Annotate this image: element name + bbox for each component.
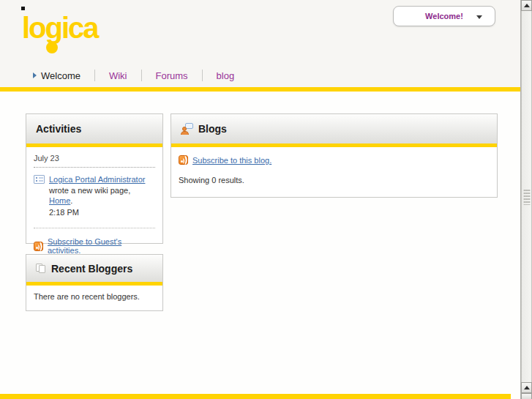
scroll-down-button[interactable] [521,393,532,399]
blogs-panel: Blogs Subscribe to this blog. Showing 0 … [171,113,498,198]
recent-bloggers-panel: Recent Bloggers There are no recent blog… [26,254,163,311]
rss-icon[interactable] [179,155,188,165]
nav-tab-label: Forums [156,70,188,81]
recent-bloggers-empty-text: There are no recent bloggers. [34,292,140,301]
stacked-pages-icon [36,264,46,274]
activities-panel-header: Activities [26,114,162,143]
nav-tab-label: Welcome [41,70,80,81]
wiki-page-icon [34,175,45,184]
scrollbar-track[interactable] [521,11,532,382]
activity-entry: Logica Portal Administrator wrote a new … [34,174,155,217]
activities-title: Activities [36,123,81,135]
blogs-body: Subscribe to this blog. Showing 0 result… [171,147,497,191]
activity-entry-text: Logica Portal Administrator wrote a new … [49,174,150,217]
rss-icon[interactable] [34,242,43,251]
activities-subscribe-row: Subscribe to Guest's activities. [34,237,155,255]
header-band: logica Welcome! Welcome Wiki Forums blog [0,0,532,87]
welcome-menu-label: Welcome! [425,12,463,20]
blogs-panel-header: Blogs [171,114,497,143]
dotted-separator [34,228,155,228]
blogs-subscribe-link[interactable]: Subscribe to this blog. [192,156,271,165]
activity-time: 2:18 PM [49,207,150,218]
activities-body: July 23 Logica Portal Administrator wrot… [26,147,162,261]
blogs-icon [181,123,193,135]
corner-dot [21,7,25,10]
nav-tab-label: Wiki [109,70,127,81]
nav-tab-wiki[interactable]: Wiki [95,70,141,81]
chevron-down-icon [476,15,482,19]
blogs-subscribe-row: Subscribe to this blog. [179,155,490,165]
logo-ring-icon [46,42,58,53]
active-tab-arrow-icon [33,72,37,78]
scroll-up-button[interactable] [521,0,532,11]
welcome-menu-button[interactable]: Welcome! [393,6,495,26]
scroll-up-arrow-icon [524,386,530,389]
scroll-up-button-bottom[interactable] [521,382,532,393]
nav-accent-bar [0,87,532,92]
portal-page: logica Welcome! Welcome Wiki Forums blog [0,0,532,399]
scrollbar-grip[interactable] [523,189,530,205]
recent-bloggers-title: Recent Bloggers [51,263,132,275]
activity-date-header: July 23 [34,154,155,168]
logo-wordmark: logica [22,12,98,44]
footer-accent-bar [0,394,511,399]
blogs-title: Blogs [198,123,227,135]
activity-page-link[interactable]: Home [49,196,70,205]
activity-author-link[interactable]: Logica Portal Administrator [49,175,145,184]
activity-action-text: wrote a new wiki page, [49,186,130,195]
recent-bloggers-body: There are no recent bloggers. [26,286,162,307]
nav-tab-forums[interactable]: Forums [142,70,202,81]
activities-panel: Activities July 23 Logica Portal Adminis… [26,113,163,244]
recent-bloggers-panel-header: Recent Bloggers [26,255,162,282]
main-navigation: Welcome Wiki Forums blog [33,67,248,83]
activity-period: . [70,196,72,205]
logica-logo[interactable]: logica [22,13,124,66]
scroll-up-arrow-icon [524,4,530,7]
nav-tab-label: blog [217,70,235,81]
nav-tab-blog[interactable]: blog [203,70,249,81]
vertical-scrollbar [520,0,532,399]
blogs-results-count: Showing 0 results. [179,176,490,184]
nav-tab-welcome[interactable]: Welcome [33,70,94,81]
activities-subscribe-link[interactable]: Subscribe to Guest's activities. [48,237,155,255]
